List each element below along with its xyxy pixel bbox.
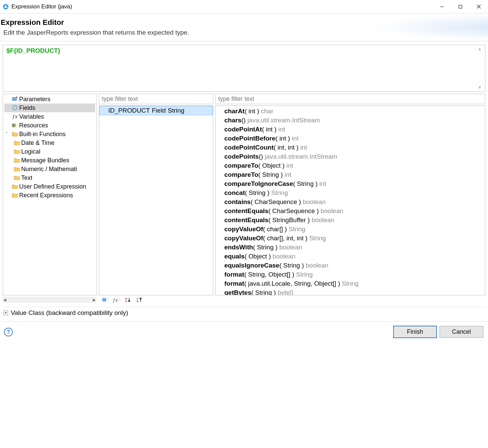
folder-icon bbox=[14, 175, 20, 181]
tree-item-label: User Defined Expression bbox=[19, 182, 86, 191]
method-copyValueOf[interactable]: copyValueOf( char[] ) String bbox=[224, 225, 482, 234]
maximize-button[interactable] bbox=[451, 0, 470, 13]
tree-item-message-bundles[interactable]: Message Bundles bbox=[4, 156, 95, 165]
expression-text: $F{ID_PRODUCT} bbox=[6, 47, 60, 54]
folder-icon bbox=[12, 131, 18, 137]
cancel-button[interactable]: Cancel bbox=[440, 326, 483, 338]
tree-item-label: Resources bbox=[19, 121, 48, 130]
methods-filter-input[interactable] bbox=[215, 94, 485, 104]
page-subtitle: Edit the JasperReports expression that r… bbox=[3, 29, 486, 36]
svg-rect-10 bbox=[103, 298, 106, 301]
method-copyValueOf[interactable]: copyValueOf( char[], int, int ) String bbox=[224, 234, 482, 243]
method-format[interactable]: format( String, Object[] ) String bbox=[224, 270, 482, 279]
window-title: Expression Editor (java) bbox=[11, 3, 433, 10]
scroll-left-icon[interactable]: ◀ bbox=[3, 298, 6, 302]
tree-item-label: Numeric / Mathemati bbox=[21, 165, 77, 173]
tree-item-variables[interactable]: ƒxVariables bbox=[4, 112, 95, 121]
method-codePoints[interactable]: codePoints() java.util.stream.IntStream bbox=[224, 152, 482, 161]
tree-item-text[interactable]: Text bbox=[4, 173, 95, 182]
close-button[interactable] bbox=[470, 0, 488, 13]
tree-item-fields[interactable]: Fields bbox=[4, 104, 95, 112]
field-row-selected[interactable]: ID_PRODUCT Field String bbox=[99, 106, 213, 115]
method-codePointAt[interactable]: codePointAt( int ) int bbox=[224, 125, 482, 134]
method-equals[interactable]: equals( Object ) boolean bbox=[224, 252, 482, 261]
window-controls bbox=[433, 0, 488, 13]
minimize-button[interactable] bbox=[433, 0, 451, 13]
svg-text:→: → bbox=[107, 297, 109, 300]
svg-rect-9 bbox=[15, 124, 16, 127]
tree-item-numeric-mathematical[interactable]: Numeric / Mathemati bbox=[4, 165, 95, 173]
scroll-up-icon[interactable]: ∧ bbox=[478, 47, 483, 52]
tree-item-parameters[interactable]: Parameters bbox=[4, 95, 95, 104]
tree-item-date-time[interactable]: Date & Time bbox=[4, 138, 95, 147]
value-class-section[interactable]: + Value Class (backward compatibility on… bbox=[3, 307, 485, 320]
method-contains[interactable]: contains( CharSequence ) boolean bbox=[224, 197, 482, 206]
method-chars[interactable]: chars() java.util.stream.IntStream bbox=[224, 116, 482, 125]
svg-rect-8 bbox=[14, 124, 15, 127]
tree-item-label: Variables bbox=[19, 112, 44, 121]
svg-rect-5 bbox=[12, 97, 16, 100]
methods-list[interactable]: charAt( int ) charchars() java.util.stre… bbox=[216, 106, 485, 295]
folder-icon bbox=[14, 157, 20, 163]
svg-text:Z: Z bbox=[125, 300, 127, 303]
expand-toggle-icon[interactable]: + bbox=[3, 311, 8, 315]
folder-icon bbox=[12, 184, 18, 190]
tree-item-label: Fields bbox=[19, 104, 35, 112]
sort-az-down-icon[interactable]: AZ bbox=[124, 296, 132, 303]
tree-item-label: Recent Expressions bbox=[19, 191, 73, 200]
tree-item-label: Parameters bbox=[19, 95, 50, 104]
help-button[interactable]: ? bbox=[4, 328, 13, 336]
method-concat[interactable]: concat( String ) String bbox=[224, 188, 482, 197]
tree-horizontal-scrollbar[interactable]: ◀ ▶ bbox=[3, 297, 96, 303]
method-codePointCount[interactable]: codePointCount( int, int ) int bbox=[224, 143, 482, 152]
method-compareTo[interactable]: compareTo( Object ) int bbox=[224, 161, 482, 170]
tree-item-recent-expressions[interactable]: Recent Expressions bbox=[4, 191, 95, 200]
svg-rect-7 bbox=[12, 124, 13, 127]
tree-item-label: Text bbox=[21, 173, 32, 182]
titlebar: Expression Editor (java) bbox=[0, 0, 488, 13]
tree-item-user-defined-expressions[interactable]: User Defined Expression bbox=[4, 182, 95, 191]
sort-az-up-icon[interactable]: ZA bbox=[136, 296, 143, 303]
method-contentEquals[interactable]: contentEquals( CharSequence ) boolean bbox=[224, 206, 482, 215]
method-charAt[interactable]: charAt( int ) char bbox=[224, 107, 482, 116]
page-title: Expression Editor bbox=[1, 18, 486, 27]
field-kind: Field bbox=[152, 107, 166, 114]
folder-icon bbox=[12, 192, 18, 198]
finish-button[interactable]: Finish bbox=[393, 326, 437, 338]
tree-item-label: Built-in Functions bbox=[19, 130, 66, 138]
method-format[interactable]: format( java.util.Locale, String, Object… bbox=[224, 279, 482, 288]
method-codePointBefore[interactable]: codePointBefore( int ) int bbox=[224, 134, 482, 143]
folder-icon bbox=[14, 140, 20, 146]
field-name: ID_PRODUCT bbox=[108, 107, 150, 114]
tree-item-built-in-functions[interactable]: ˅Built-in Functions bbox=[4, 130, 95, 138]
method-equalsIgnoreCase[interactable]: equalsIgnoreCase( String ) boolean bbox=[224, 261, 482, 270]
tree-item-label: Date & Time bbox=[21, 138, 54, 147]
method-getBytes[interactable]: getBytes( String ) byte[] bbox=[224, 288, 482, 295]
fx-icon: ƒx bbox=[12, 114, 18, 120]
fields-filter-input[interactable] bbox=[99, 94, 213, 104]
method-endsWith[interactable]: endsWith( String ) boolean bbox=[224, 243, 482, 252]
folder-icon bbox=[14, 149, 20, 155]
method-compareTo[interactable]: compareTo( String ) int bbox=[224, 170, 482, 179]
folder-icon bbox=[14, 166, 20, 172]
svg-text:A: A bbox=[137, 300, 139, 303]
scroll-right-icon[interactable]: ▶ bbox=[93, 298, 96, 302]
svg-rect-2 bbox=[459, 5, 462, 8]
panel-row: ParametersFieldsƒxVariablesResources˅Bui… bbox=[3, 94, 485, 295]
scroll-down-icon[interactable]: ∨ bbox=[478, 85, 483, 89]
params-icon bbox=[12, 96, 18, 102]
tree-item-resources[interactable]: Resources bbox=[4, 121, 95, 130]
add-param-icon[interactable]: → bbox=[102, 296, 109, 303]
expression-editor[interactable]: $F{ID_PRODUCT} ∧ ∨ bbox=[3, 45, 485, 92]
method-contentEquals[interactable]: contentEquals( StringBuffer ) boolean bbox=[224, 215, 482, 225]
add-fx-icon[interactable]: ƒx→ bbox=[113, 296, 120, 303]
method-compareToIgnoreCase[interactable]: compareToIgnoreCase( String ) int bbox=[224, 179, 482, 188]
tree-item-label: Message Bundles bbox=[21, 156, 69, 165]
dialog-header: Expression Editor Edit the JasperReports… bbox=[0, 13, 488, 41]
bottom-toolbar-row: ◀ ▶ → ƒx→ AZ ZA bbox=[3, 296, 485, 303]
fields-panel: ID_PRODUCT Field String bbox=[99, 106, 213, 295]
chevron-down-icon[interactable]: ˅ bbox=[6, 130, 10, 138]
category-tree[interactable]: ParametersFieldsƒxVariablesResources˅Bui… bbox=[3, 94, 97, 295]
tree-item-logical[interactable]: Logical bbox=[4, 147, 95, 156]
dialog-footer: ? Finish Cancel bbox=[0, 321, 488, 344]
